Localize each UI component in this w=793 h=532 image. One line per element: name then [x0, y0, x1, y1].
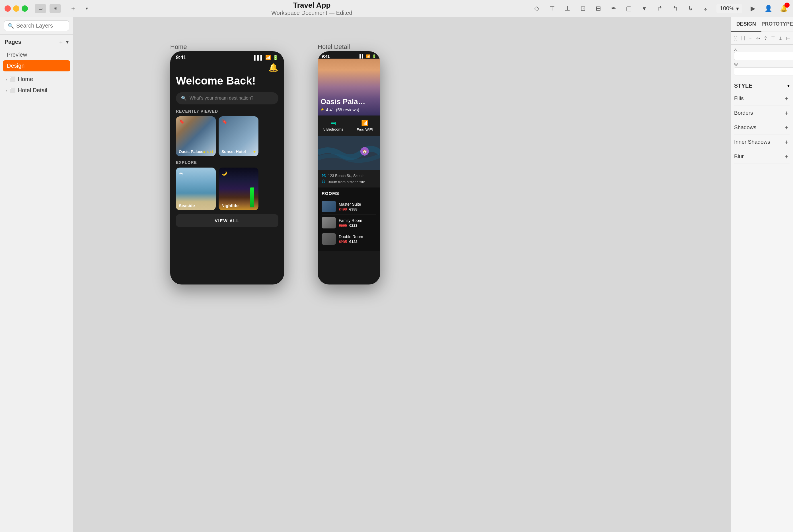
add-shadow-button[interactable]: ＋ — [783, 123, 790, 132]
style-title: STYLE — [734, 82, 752, 89]
shape-tool-icon[interactable]: ◇ — [532, 4, 542, 13]
room-thumb-master — [321, 201, 336, 212]
tab-design-panel[interactable]: DESIGN — [731, 17, 761, 32]
rooms-section: ROOMS Master Suite €499 €388 Family Room — [318, 188, 380, 251]
welcome-heading: Welcome Back! — [170, 72, 284, 92]
recently-viewed-cards: 🔖 Oasis Palace ★ 4.41 🔖 Sunset Hotel ★ — [170, 116, 284, 160]
card-seaside[interactable]: ☀ Seaside — [176, 168, 216, 210]
tool-distribute-h[interactable]: ⇔ — [755, 35, 760, 41]
tool-align-top[interactable]: ⊤ — [771, 35, 776, 41]
signal-icon: ▌▌▌ — [254, 55, 263, 60]
insert-toolbar: ＋ ▾ — [68, 4, 92, 13]
distribute-tool-icon[interactable]: ⊥ — [563, 4, 572, 13]
room-item-master[interactable]: Master Suite €499 €388 — [321, 198, 376, 215]
mask-tool-icon[interactable]: ⊟ — [593, 4, 603, 13]
add-inner-shadow-button[interactable]: ＋ — [783, 138, 790, 146]
add-border-button[interactable]: ＋ — [783, 109, 790, 117]
style-expand-icon[interactable]: ▾ — [787, 83, 790, 89]
tool-align-right[interactable]: ⊢ — [786, 35, 791, 41]
pages-dropdown-icon[interactable]: ▾ — [66, 39, 69, 45]
explore-label: EXPLORE — [170, 160, 284, 168]
room-name-family: Family Room — [339, 218, 376, 223]
chevron-right-icon: › — [6, 77, 7, 82]
pages-actions: ＋ ▾ — [58, 38, 69, 46]
battery-icon-hotel: 🔋 — [372, 54, 376, 58]
add-button[interactable]: ＋ — [68, 4, 78, 13]
window-view-button[interactable]: ▭ — [35, 4, 46, 13]
style-row-shadows: Shadows ＋ — [734, 120, 790, 135]
component-tool-icon[interactable]: ⊡ — [578, 4, 588, 13]
map-pin: 🏠 — [361, 147, 369, 156]
distance-row: 🏛 300m from historic site — [321, 179, 376, 184]
forward2-icon[interactable]: ↳ — [686, 4, 695, 13]
notification-badge: 1 — [785, 3, 790, 8]
more-options-icon[interactable]: ▾ — [640, 4, 649, 13]
card-nightlife[interactable]: 🌙 Nightlife — [219, 168, 258, 210]
view-all-button[interactable]: VIEW ALL — [176, 214, 278, 227]
grid-view-button[interactable]: ⊞ — [50, 4, 61, 13]
layer-label-home: Home — [18, 76, 33, 82]
tool-align-center[interactable]: |·| — [740, 35, 745, 41]
map-section[interactable]: 🏠 — [318, 136, 380, 170]
layer-item-hotel[interactable]: › ⬜ Hotel Detail — [2, 85, 71, 96]
search-input-wrap[interactable]: 🔍 — [4, 20, 69, 31]
room-item-double[interactable]: Double Room €235 €123 — [321, 231, 376, 247]
tool-align-left[interactable]: [·] — [733, 35, 738, 41]
layer-list: › ⬜ Home › ⬜ Hotel Detail — [0, 74, 73, 96]
hotel-rating-value: 4.41 — [326, 107, 334, 112]
search-input[interactable] — [16, 22, 66, 29]
tool-more[interactable]: ··· — [748, 35, 753, 41]
rect-select-icon[interactable]: ▢ — [624, 4, 634, 13]
view-all-label: VIEW ALL — [215, 218, 239, 223]
close-button[interactable] — [4, 5, 11, 12]
x-label: X — [734, 47, 793, 52]
card-sunset-hotel[interactable]: 🔖 Sunset Hotel ★ — [219, 116, 258, 156]
chevron-right-icon-2: › — [6, 88, 7, 93]
x-input[interactable] — [734, 52, 793, 60]
add-page-button[interactable]: ＋ — [58, 38, 64, 46]
city-tower — [250, 188, 254, 207]
tab-preview[interactable]: Preview — [3, 49, 70, 60]
minimize-button[interactable] — [13, 5, 19, 12]
price-new-family: €223 — [349, 223, 357, 228]
canvas[interactable]: Home Hotel Detail 9:41 ▌▌▌ 📶 🔋 🔔 Welcome… — [73, 17, 731, 532]
blur-label: Blur — [734, 153, 744, 159]
right-panel: DESIGN PROTOTYPE [·] |·| ··· ⇔ ⇕ ⊤ ⊥ ⊢ X… — [731, 17, 793, 532]
add-fill-button[interactable]: ＋ — [783, 94, 790, 103]
tab-prototype-panel[interactable]: PROTOTYPE — [761, 17, 793, 32]
room-info-family: Family Room €285 €223 — [339, 218, 376, 228]
tool-align-bottom[interactable]: ⊥ — [778, 35, 783, 41]
pen-tool-icon[interactable]: ✒ — [609, 4, 619, 13]
share-button[interactable]: 👤 — [763, 4, 773, 13]
star-icon: ★ — [320, 107, 324, 112]
room-item-family[interactable]: Family Room €285 €223 — [321, 215, 376, 231]
notification-button[interactable]: 🔔 1 — [779, 4, 789, 13]
tab-design[interactable]: Design — [3, 60, 70, 71]
card-oasis-palace[interactable]: 🔖 Oasis Palace ★ 4.41 — [176, 116, 216, 156]
dropdown-arrow[interactable]: ▾ — [82, 4, 92, 13]
align-tool-icon[interactable]: ⊤ — [547, 4, 557, 13]
back-icon[interactable]: ↰ — [670, 4, 680, 13]
maximize-button[interactable] — [22, 5, 28, 12]
room-info-master: Master Suite €499 €388 — [339, 202, 376, 211]
notification-bell[interactable]: 🔔 — [170, 63, 284, 72]
forward-icon[interactable]: ↱ — [655, 4, 665, 13]
tool-distribute-v[interactable]: ⇕ — [763, 35, 768, 41]
destination-search[interactable]: 🔍 What's your dream destination? — [176, 92, 278, 104]
map-svg — [318, 136, 380, 170]
bookmark-icon-oasis: 🔖 — [179, 119, 184, 124]
pages-label: Pages — [4, 39, 21, 45]
x-field: X — [734, 47, 793, 60]
price-old-double: €235 — [339, 240, 347, 244]
preview-button[interactable]: ▶ — [748, 4, 758, 13]
status-bar-hotel: 9:41 ▌▌ 📶 🔋 — [318, 51, 380, 59]
zoom-control[interactable]: 100% ▾ — [716, 4, 742, 13]
price-new-double: €123 — [349, 240, 357, 244]
time-home: 9:41 — [176, 55, 186, 61]
hotel-address: 123 Beach St., Sketch — [328, 173, 365, 178]
back2-icon[interactable]: ↲ — [701, 4, 711, 13]
add-blur-button[interactable]: ＋ — [783, 152, 790, 161]
layer-item-home[interactable]: › ⬜ Home — [2, 74, 71, 85]
signal-icon-hotel: ▌▌ — [359, 54, 364, 58]
w-input[interactable] — [734, 68, 793, 75]
